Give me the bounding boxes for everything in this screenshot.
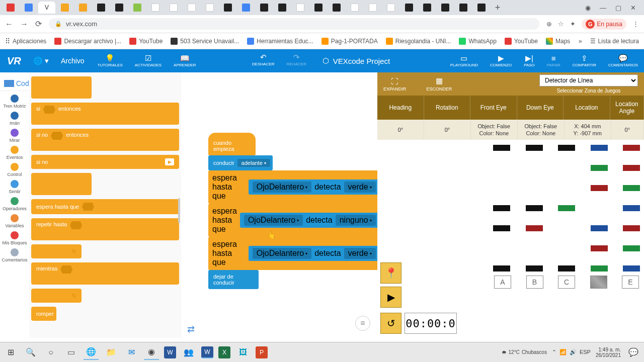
palette-block-if[interactable]: sientonces	[31, 103, 179, 125]
tab[interactable]	[346, 2, 363, 14]
dropdown-sensor[interactable]: OjoDelantero	[253, 248, 311, 259]
tutorials-button[interactable]: 💡TUTORIALES	[92, 54, 129, 67]
tab[interactable]	[129, 2, 146, 14]
dropdown-color[interactable]: verde	[344, 182, 376, 193]
locate-button[interactable]: 📍	[380, 262, 401, 284]
sensor-condition[interactable]: OjoDelantero detecta ninguno ?	[240, 213, 391, 228]
dropdown-direction[interactable]: adelante	[237, 159, 270, 167]
edge-icon[interactable]: 🌐	[84, 345, 99, 360]
excel-icon[interactable]: X	[218, 346, 230, 358]
tab[interactable]	[328, 2, 345, 14]
tab[interactable]	[400, 2, 418, 14]
reload-button[interactable]: ⟳	[35, 19, 42, 29]
category-variables[interactable]: Variables	[0, 213, 29, 230]
switch-view-icon[interactable]: ⇄	[187, 324, 195, 335]
tab[interactable]	[219, 2, 236, 14]
bookmark[interactable]: YouTube	[505, 38, 538, 45]
block-wait-until[interactable]: espera hasta que OjoDelantero detecta ve…	[208, 170, 395, 204]
dropdown-sensor[interactable]: OjoDelantero	[253, 182, 311, 193]
category-events[interactable]: Eventos	[0, 144, 29, 161]
share-button[interactable]: ⇪COMPARTIR	[567, 54, 602, 67]
language-button[interactable]: 🌐 ▾	[28, 56, 54, 65]
bookmark[interactable]: Riesgolandia - UNI...	[386, 38, 451, 45]
palette-block-while[interactable]: mientras	[31, 262, 179, 285]
tab[interactable]	[93, 2, 110, 14]
block-stop-driving[interactable]: dejar de conducir	[208, 270, 259, 289]
dropdown-color[interactable]: verde	[344, 248, 376, 259]
category-control[interactable]: Control	[0, 161, 29, 178]
palette-block-waituntil[interactable]: espera hasta que	[31, 199, 179, 214]
tab[interactable]	[256, 2, 273, 14]
bookmark[interactable]: Herramientas Educ...	[247, 38, 313, 45]
category-drivetrain[interactable]: Tren Motriz	[0, 93, 29, 110]
code-canvas[interactable]: cuando empieza conducir adelante espera …	[181, 72, 377, 338]
overflow-icon[interactable]: »	[579, 38, 582, 45]
share-icon[interactable]: ⊕	[546, 20, 552, 28]
learn-button[interactable]: 📖APRENDER	[168, 54, 202, 67]
account-icon[interactable]: ◉	[585, 4, 591, 12]
undo-button[interactable]: ↶DESHACER	[246, 53, 280, 68]
palette-block-repeatuntil[interactable]: repetir hasta	[31, 218, 179, 240]
cortana-icon[interactable]: ○	[43, 345, 58, 360]
tab[interactable]	[111, 2, 128, 14]
back-button[interactable]: ←	[5, 20, 13, 29]
bookmark[interactable]: Maps	[546, 38, 570, 45]
project-name[interactable]: ⬡ VEXcode Project	[312, 53, 400, 68]
category-sensing[interactable]: Sentir	[0, 178, 29, 196]
tab[interactable]	[74, 2, 92, 14]
activities-button[interactable]: ☑ACTIVIDADES	[129, 54, 168, 67]
bookmark[interactable]: Descargar archivo |...	[54, 38, 121, 45]
tab[interactable]	[201, 2, 218, 14]
start-button[interactable]: ▶COMIENZO	[484, 54, 518, 67]
chevron-up-icon[interactable]: ⌃	[552, 349, 556, 355]
sensor-condition[interactable]: OjoDelantero detecta verde ?	[249, 179, 391, 195]
tab[interactable]	[237, 2, 255, 14]
palette-block-break[interactable]: romper	[31, 307, 56, 321]
tab[interactable]	[274, 2, 291, 14]
category-myblocks[interactable]: Mis Bloques	[0, 230, 29, 247]
wifi-icon[interactable]: 📶	[559, 349, 567, 355]
tab[interactable]	[310, 2, 327, 14]
redo-button[interactable]: ↷REHACER	[281, 53, 312, 68]
clock[interactable]: 1:49 a. m. 26/10/2021	[596, 347, 621, 358]
category-comments[interactable]: Comentarios	[0, 247, 29, 264]
tab[interactable]	[2, 2, 19, 14]
word-icon[interactable]: W	[201, 346, 213, 358]
weather-widget[interactable]: 🌧 12°C Chubascos	[502, 349, 547, 355]
sensor-condition[interactable]: OjoDelantero detecta verde ?	[249, 246, 391, 261]
search-button[interactable]: 🔍	[23, 345, 38, 360]
volume-icon[interactable]: 🔊	[570, 349, 577, 355]
profile-badge[interactable]: G En pausa	[582, 19, 626, 30]
close-icon[interactable]: ✕	[630, 4, 636, 12]
maximize-icon[interactable]: ▢	[615, 4, 621, 12]
comments-button[interactable]: 💬COMENTARIOS	[602, 54, 644, 67]
palette-block[interactable]: ↻	[31, 244, 82, 258]
pictures-icon[interactable]: 🖼	[235, 345, 251, 360]
category-looks[interactable]: Mirar	[0, 127, 29, 144]
step-button[interactable]: ▶|PASO	[518, 54, 541, 67]
resize-handle[interactable]	[178, 198, 180, 223]
hide-button[interactable]: ▦ESCONDER	[426, 76, 452, 92]
category-operators[interactable]: Operadores	[0, 196, 29, 213]
expand-button[interactable]: ⛶EXPANDIR	[383, 77, 406, 92]
palette-block[interactable]	[31, 76, 92, 99]
mail-icon[interactable]: ✉	[124, 345, 139, 360]
hat-block-when-started[interactable]: cuando empieza	[208, 133, 256, 155]
palette-block[interactable]	[31, 173, 92, 195]
bookmark[interactable]: 503 Service Unavail...	[171, 38, 239, 45]
forward-button[interactable]: →	[20, 20, 28, 29]
tab[interactable]	[473, 2, 490, 14]
word-icon[interactable]: W	[164, 346, 176, 358]
dropdown-sensor[interactable]: OjoDelantero	[244, 215, 303, 226]
menu-icon[interactable]: ⋮	[632, 20, 639, 28]
teams-icon[interactable]: 👥	[181, 345, 196, 360]
bookmark[interactable]: YouTube	[129, 38, 163, 45]
palette-block-ifelse[interactable]: si noentonces	[31, 129, 179, 151]
script-stack[interactable]: cuando empieza conducir adelante espera …	[208, 133, 395, 289]
playground-field[interactable]: A B C E 📍 ▶ ↺ 00:00:0	[377, 140, 644, 338]
dropdown-color[interactable]: ninguno	[336, 215, 376, 226]
palette-block-else[interactable]: si no▶	[31, 155, 179, 169]
tab[interactable]	[147, 2, 164, 14]
tab[interactable]	[20, 2, 37, 14]
play-button[interactable]: ▶	[380, 287, 401, 308]
